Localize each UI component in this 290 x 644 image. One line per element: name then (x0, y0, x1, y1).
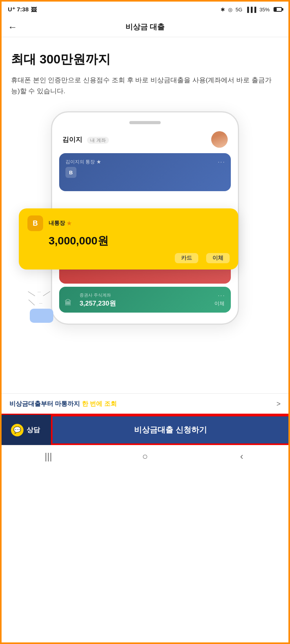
header: ← 비상금 대출 (0, 17, 290, 37)
signal-bars: ▐▐▐ (245, 7, 256, 13)
yellow-card-action-card: 카드 (175, 253, 198, 263)
battery-icon (274, 7, 282, 12)
chat-bubble-decoration (30, 309, 53, 323)
bottom-banner[interactable]: 비상금대출부터 마통까지 한 번에 조회 > (0, 393, 290, 414)
phone-notch (129, 121, 161, 124)
sparkle-decorations: ╲ — ╱ ╲ — (30, 290, 53, 323)
signal-5g: 5G (236, 7, 242, 13)
action-row: 💬 상담 비상금대출 신청하기 (0, 414, 290, 445)
phone-inner-header: 김이지 내 계좌 (59, 131, 231, 153)
phone-user-info: 김이지 내 계좌 (62, 135, 109, 144)
nav-bar: ||| ○ ‹ (0, 445, 290, 467)
yellow-card-label: 내통장 ★ (49, 220, 72, 227)
bank-card-blue: ··· 김이지의 통장 ★ B (59, 153, 231, 191)
blue-card-b-icon: B (65, 167, 76, 178)
yellow-amount: 3,000,000원 (49, 233, 230, 248)
yellow-b-icon: B (27, 215, 43, 231)
main-content: 최대 300만원까지 휴대폰 본인 인증만으로 신용점수 조회 후 바로 비상금… (0, 37, 290, 393)
banner-text: 비상금대출부터 마통까지 한 번에 조회 (9, 400, 117, 408)
phone-mockup-container: B 내통장 ★ 3,000,000원 카드 이체 김이지 내 계좌 (11, 111, 279, 385)
yellow-card-actions: 카드 이체 (27, 253, 230, 263)
back-button[interactable]: ← (8, 22, 17, 33)
yellow-card-action-transfer: 이체 (206, 253, 230, 263)
apply-label: 비상금대출 신청하기 (134, 425, 207, 435)
talk-label: 상담 (27, 425, 40, 434)
battery-text: 35% (259, 7, 270, 13)
blue-card-dots: ··· (218, 159, 225, 166)
talk-icon: 💬 (11, 424, 24, 436)
carrier-text: U⁺ 7:38 (8, 6, 29, 13)
main-title: 최대 300만원까지 (11, 51, 279, 68)
banner-arrow: > (276, 400, 281, 408)
status-bar: U⁺ 7:38 🖼 ✱ ◎ 5G ▐▐▐ 35% (0, 0, 290, 17)
banner-highlight: 한 번에 조회 (82, 400, 117, 407)
sub-description: 휴대폰 본인 인증만으로 신용점수 조회 후 바로 비상금대출을 사용(계좌에서… (11, 75, 279, 98)
wifi-icon: ◎ (228, 7, 232, 13)
apply-button[interactable]: 비상금대출 신청하기 (51, 415, 290, 445)
green-card-bank-icon: 🏛 (65, 299, 72, 307)
nav-home-button[interactable]: ○ (133, 449, 157, 464)
page-title: 비상금 대출 (125, 22, 165, 32)
green-card-action: 이체 (214, 300, 225, 307)
yellow-card: B 내통장 ★ 3,000,000원 카드 이체 (19, 208, 238, 270)
blue-card-label: 김이지의 통장 ★ (65, 159, 225, 165)
avatar-image (211, 131, 228, 148)
status-right: ✱ ◎ 5G ▐▐▐ 35% (221, 7, 282, 13)
status-carrier: U⁺ 7:38 🖼 (8, 6, 37, 13)
nav-menu-button[interactable]: ||| (36, 449, 60, 464)
green-card-dots: ··· (218, 292, 225, 299)
green-card-label: 증권사 주식계좌 (80, 292, 225, 298)
phone-avatar (211, 131, 228, 148)
bank-card-green: ··· 증권사 주식계좌 3,257,230원 🏛 이체 (59, 287, 231, 313)
bluetooth-icon: ✱ (221, 7, 225, 13)
photo-icon: 🖼 (31, 6, 37, 13)
nav-back-button[interactable]: ‹ (230, 449, 254, 464)
talk-button[interactable]: 💬 상담 (0, 415, 51, 445)
green-card-amount: 3,257,230원 (80, 299, 225, 308)
yellow-card-header: B 내통장 ★ (27, 215, 230, 231)
